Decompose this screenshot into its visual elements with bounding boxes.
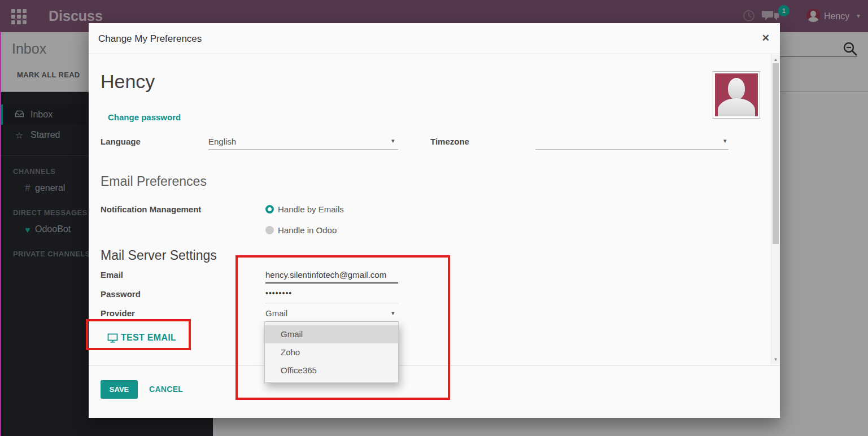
left-edge-artifact-line	[0, 32, 1, 436]
dialog-header: Change My Preferences ✕	[89, 23, 780, 54]
provider-label: Provider	[101, 308, 135, 318]
change-password-link[interactable]: Change password	[108, 112, 181, 122]
timezone-underline	[535, 149, 729, 150]
close-icon[interactable]: ✕	[762, 32, 770, 44]
scroll-up-icon[interactable]: ▲	[771, 57, 780, 62]
radio-handle-by-emails-label[interactable]: Handle by Emails	[278, 204, 344, 214]
language-select[interactable]: English	[208, 137, 236, 146]
provider-dropdown: Gmail Zoho Office365	[264, 321, 399, 383]
language-underline	[208, 149, 398, 150]
dialog-title: Change My Preferences	[98, 33, 202, 45]
provider-option-zoho[interactable]: Zoho	[265, 343, 398, 361]
cancel-button[interactable]: CANCEL	[149, 380, 183, 399]
scroll-down-icon[interactable]: ▼	[771, 357, 780, 362]
preferences-dialog: Change My Preferences ✕ Hency Change pas…	[89, 23, 780, 418]
test-email-button[interactable]: TEST EMAIL	[107, 328, 176, 347]
provider-option-office365[interactable]: Office365	[265, 361, 398, 380]
timezone-label: Timezone	[430, 137, 469, 146]
monitor-icon	[107, 333, 118, 343]
save-button[interactable]: SAVE	[101, 380, 138, 399]
email-label: Email	[101, 270, 123, 280]
radio-handle-in-odoo[interactable]	[265, 226, 274, 234]
provider-select[interactable]: Gmail	[265, 308, 287, 318]
notification-management-label: Notification Management	[101, 204, 201, 214]
modal-scrollbar[interactable]: ▲ ▼	[771, 55, 780, 364]
test-email-label: TEST EMAIL	[121, 333, 176, 343]
scrollbar-thumb[interactable]	[773, 63, 779, 244]
dialog-footer: SAVE CANCEL	[89, 365, 780, 418]
password-field[interactable]: ••••••••	[265, 289, 292, 298]
radio-handle-by-emails[interactable]	[265, 205, 274, 213]
mail-server-settings-heading: Mail Server Settings	[101, 248, 217, 263]
email-field[interactable]: hency.silentinfotech@gmail.com	[265, 270, 386, 280]
profile-name: Hency	[101, 71, 155, 93]
avatar-silhouette-image	[715, 73, 758, 116]
provider-option-gmail[interactable]: Gmail	[265, 325, 398, 343]
provider-caret-icon[interactable]: ▾	[391, 309, 395, 317]
language-caret-icon[interactable]: ▾	[391, 137, 395, 145]
email-underline	[265, 282, 398, 284]
password-label: Password	[101, 289, 141, 299]
timezone-caret-icon[interactable]: ▾	[723, 137, 727, 145]
profile-avatar[interactable]	[713, 71, 760, 119]
language-label: Language	[101, 137, 141, 146]
email-preferences-heading: Email Preferences	[101, 174, 207, 189]
password-underline	[265, 303, 398, 303]
radio-handle-in-odoo-label[interactable]: Handle in Odoo	[278, 225, 337, 235]
